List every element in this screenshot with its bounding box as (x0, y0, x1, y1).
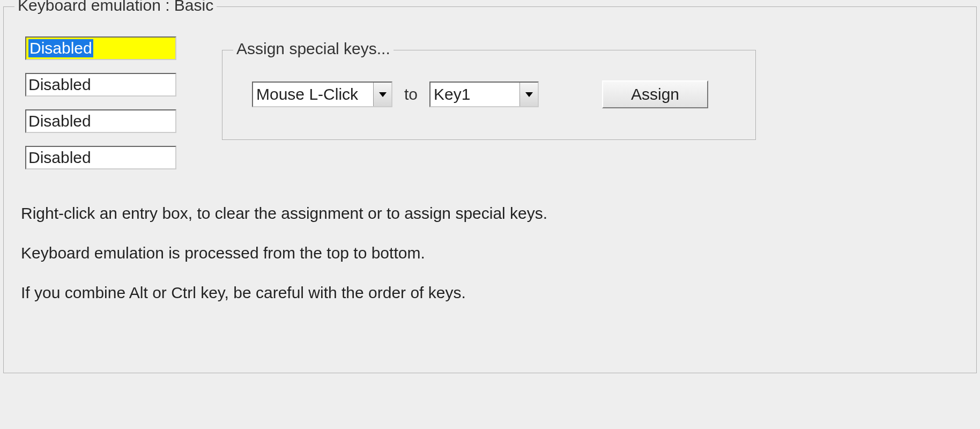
panel-title: Keyboard emulation : Basic (14, 0, 217, 14)
key-entry-1[interactable]: Disabled (25, 36, 176, 60)
key-entry-2[interactable]: Disabled (25, 73, 176, 97)
source-action-value: Mouse L-Click (253, 83, 373, 106)
keyboard-emulation-panel: Keyboard emulation : Basic Disabled Disa… (3, 6, 977, 373)
entry-list: Disabled Disabled Disabled Disabled (25, 36, 176, 169)
help-line-2: Keyboard emulation is processed from the… (21, 244, 976, 262)
key-entry-label: Disabled (28, 112, 91, 130)
key-entry-label: Disabled (28, 39, 93, 57)
chevron-down-icon (525, 92, 533, 97)
key-entry-label: Disabled (28, 149, 91, 167)
key-entry-3[interactable]: Disabled (25, 109, 176, 133)
help-text-block: Right-click an entry box, to clear the a… (4, 169, 976, 302)
target-key-value: Key1 (430, 83, 519, 106)
key-entry-4[interactable]: Disabled (25, 146, 176, 169)
chevron-down-icon (379, 92, 387, 97)
assign-button-label: Assign (631, 85, 679, 103)
help-line-1: Right-click an entry box, to clear the a… (21, 204, 976, 223)
key-entry-label: Disabled (28, 76, 91, 94)
assign-panel-title: Assign special keys... (233, 40, 394, 58)
content-row: Disabled Disabled Disabled Disabled Assi… (4, 7, 976, 169)
assign-button[interactable]: Assign (602, 80, 708, 108)
assign-body: Mouse L-Click to Key1 Assign (222, 50, 755, 108)
source-action-select[interactable]: Mouse L-Click (252, 82, 392, 107)
help-line-3: If you combine Alt or Ctrl key, be caref… (21, 284, 976, 302)
target-key-select[interactable]: Key1 (429, 82, 539, 107)
connector-label: to (402, 85, 420, 103)
dropdown-button[interactable] (519, 83, 538, 106)
assign-special-keys-panel: Assign special keys... Mouse L-Click to … (222, 50, 756, 140)
dropdown-button[interactable] (373, 83, 391, 106)
